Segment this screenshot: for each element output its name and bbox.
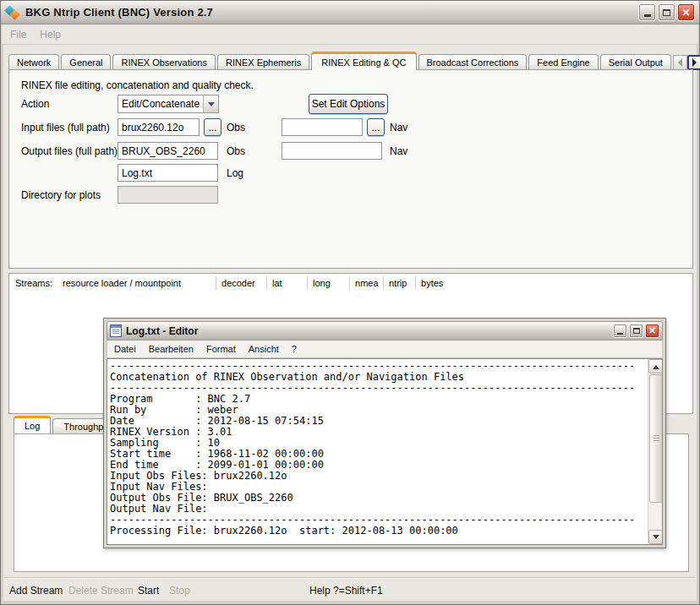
tab-rinex-observations[interactable]: RINEX Observations: [112, 54, 215, 70]
column-decoder[interactable]: decoder: [216, 276, 267, 290]
maximize-button[interactable]: [658, 3, 675, 21]
output-obs-suffix-label: Obs: [227, 145, 245, 157]
editor-menu-ansicht[interactable]: Ansicht: [249, 344, 279, 354]
minimize-icon: [644, 14, 651, 17]
output-files-label: Output files (full path): [21, 145, 118, 157]
menu-help[interactable]: Help: [40, 29, 61, 41]
tab-feed-engine[interactable]: Feed Engine: [528, 54, 598, 70]
editor-window[interactable]: Log.txt - Editor ✕ Datei Bearbeiten Form…: [103, 318, 666, 548]
log-suffix-label: Log: [227, 167, 243, 179]
column-bytes[interactable]: bytes: [416, 276, 448, 290]
tab-network[interactable]: Network: [8, 54, 59, 70]
arrow-down-icon: [653, 535, 659, 542]
input-nav-field[interactable]: [282, 118, 363, 136]
scroll-up-button[interactable]: [648, 359, 663, 373]
editor-vertical-scrollbar[interactable]: [648, 359, 662, 544]
output-obs-field[interactable]: [118, 142, 218, 160]
editor-text-area[interactable]: ----------------------------------------…: [107, 358, 663, 545]
action-combobox[interactable]: Edit/Concatenate: [118, 95, 219, 113]
menu-file[interactable]: File: [10, 29, 26, 41]
add-stream-button[interactable]: Add Stream: [9, 585, 63, 597]
editor-minimize-button[interactable]: [613, 324, 627, 338]
streams-header: Streams: resource loader / mountpoint de…: [9, 274, 692, 292]
bottom-separator: [4, 577, 696, 579]
column-mountpoint[interactable]: resource loader / mountpoint: [57, 276, 216, 290]
tab-scroll-left-button[interactable]: [673, 55, 687, 70]
plots-dir-label: Directory for plots: [21, 189, 101, 201]
main-window: BKG Ntrip Client (BNC) Version 2.7 ✕ Fil…: [0, 0, 700, 605]
close-button[interactable]: ✕: [677, 3, 695, 21]
column-nmea[interactable]: nmea: [350, 276, 384, 290]
scrollbar-thumb[interactable]: [649, 374, 663, 503]
editor-menu-bearbeiten[interactable]: Bearbeiten: [149, 344, 194, 354]
editor-maximize-button[interactable]: [629, 324, 643, 338]
input-obs-field[interactable]: [118, 118, 200, 136]
column-long[interactable]: long: [308, 276, 350, 290]
delete-stream-button: Delete Stream: [68, 585, 134, 597]
scroll-down-button[interactable]: [648, 530, 663, 544]
maximize-icon: [633, 328, 640, 334]
panel-description: RINEX file editing, concatenation and qu…: [21, 79, 254, 91]
bottom-tab-log[interactable]: Log: [14, 416, 51, 433]
rinex-editing-panel: RINEX file editing, concatenation and qu…: [8, 69, 693, 269]
chevron-down-icon: [208, 102, 215, 110]
tab-scroll-right-button[interactable]: [687, 55, 700, 70]
input-files-label: Input files (full path): [21, 122, 110, 134]
help-shortcut-text: Help ?=Shift+F1: [309, 585, 383, 597]
editor-menubar: Datei Bearbeiten Format Ansicht ?: [107, 341, 663, 358]
log-file-field[interactable]: [118, 164, 218, 182]
tab-broadcast-corrections[interactable]: Broadcast Corrections: [418, 54, 528, 70]
combobox-dropdown-button[interactable]: [203, 95, 218, 112]
input-obs-suffix-label: Obs: [227, 122, 245, 134]
output-nav-suffix-label: Nav: [390, 145, 407, 157]
bottom-action-bar: Add Stream Delete Stream Start Stop Help…: [1, 580, 699, 601]
tab-rinex-editing-qc[interactable]: RINEX Editing & QC: [311, 52, 416, 70]
set-edit-options-button[interactable]: Set Edit Options: [309, 94, 388, 114]
chevron-left-icon: [678, 58, 682, 67]
action-combobox-value: Edit/Concatenate: [118, 98, 203, 110]
close-icon: ✕: [681, 8, 690, 18]
editor-close-button[interactable]: ✕: [645, 324, 659, 338]
arrow-up-icon: [653, 362, 659, 369]
minimize-button[interactable]: [638, 3, 656, 21]
column-lat[interactable]: lat: [267, 276, 308, 290]
tab-bar: Network General RINEX Observations RINEX…: [8, 52, 692, 70]
chevron-right-icon: [692, 58, 697, 67]
input-nav-browse-button[interactable]: ...: [367, 118, 385, 136]
window-title: BKG Ntrip Client (BNC) Version 2.7: [25, 6, 638, 19]
action-label: Action: [21, 98, 49, 110]
main-titlebar[interactable]: BKG Ntrip Client (BNC) Version 2.7 ✕: [1, 1, 699, 25]
plots-dir-field: [118, 186, 218, 204]
close-icon: ✕: [648, 326, 656, 335]
tab-general[interactable]: General: [61, 54, 111, 70]
start-button[interactable]: Start: [138, 585, 159, 597]
column-ntrip[interactable]: ntrip: [384, 276, 416, 290]
output-nav-field[interactable]: [282, 142, 382, 160]
minimize-icon: [617, 333, 623, 335]
tab-serial-output[interactable]: Serial Output: [600, 54, 671, 70]
bnc-app-icon: [5, 5, 20, 20]
editor-menu-format[interactable]: Format: [206, 344, 236, 354]
tab-rinex-ephemeris[interactable]: RINEX Ephemeris: [217, 54, 309, 70]
scrollbar-grip-icon: [654, 435, 659, 442]
editor-title: Log.txt - Editor: [126, 325, 611, 337]
stop-button: Stop: [169, 585, 190, 597]
main-menubar: File Help: [2, 25, 698, 45]
editor-text-content[interactable]: ----------------------------------------…: [107, 359, 648, 544]
input-obs-browse-button[interactable]: ...: [204, 118, 221, 136]
editor-titlebar[interactable]: Log.txt - Editor ✕: [107, 321, 663, 341]
notepad-icon: [110, 324, 122, 337]
maximize-icon: [663, 9, 670, 16]
editor-menu-datei[interactable]: Datei: [114, 344, 136, 354]
streams-title: Streams:: [9, 278, 57, 288]
input-nav-suffix-label: Nav: [390, 122, 407, 134]
editor-menu-hilfe[interactable]: ?: [292, 344, 297, 354]
